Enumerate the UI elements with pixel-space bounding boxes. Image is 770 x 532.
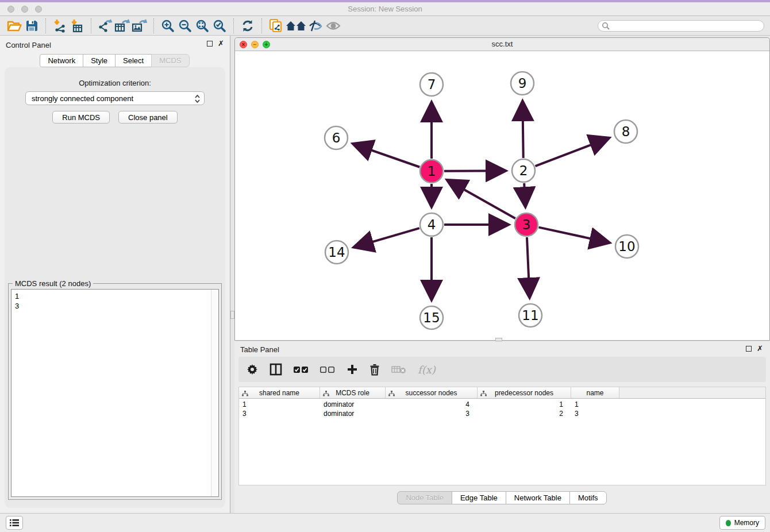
cell-name[interactable]: 3 [571,410,619,419]
hierarchy-icon [242,390,248,398]
graph-edge-3-10[interactable] [538,228,609,243]
table-settings-gear-icon[interactable] [247,362,258,377]
graph-edge-4-14[interactable] [355,228,419,247]
save-session-icon[interactable] [23,18,40,34]
graph-edge-2-3[interactable] [524,183,525,206]
network-minimize-button[interactable]: − [251,41,259,48]
zoom-fit-icon[interactable] [194,18,211,34]
control-panel-tabs: Network Style Select MCDS [0,54,230,67]
tab-network[interactable]: Network [40,54,83,67]
task-history-button[interactable] [6,516,23,530]
task-list-icon [10,519,19,527]
table-row[interactable]: 1 dominator 4 1 1 [239,400,765,410]
clone-network-icon[interactable] [267,18,284,34]
close-panel-button[interactable]: Close panel [118,111,178,124]
graph-edge-2-8[interactable] [536,138,609,166]
export-network-icon[interactable] [97,18,114,34]
tab-motifs[interactable]: Motifs [569,491,607,504]
column-header-shared-name[interactable]: shared name [239,387,320,398]
mcds-result-textarea[interactable]: 1 3 [11,289,219,497]
cell-shared-name[interactable]: 1 [239,400,320,410]
cell-mcds-role[interactable]: dominator [320,400,386,410]
graph-edge-3-1[interactable] [448,180,515,218]
export-image-icon[interactable] [131,18,148,34]
cell-successor-nodes[interactable]: 4 [386,400,478,410]
optimization-criterion-select[interactable]: strongly connected component [25,91,205,105]
run-mcds-button[interactable]: Run MCDS [52,111,110,124]
app-title: Session: New Session [0,2,770,16]
search-icon [602,22,610,32]
select-all-columns-icon[interactable] [294,362,309,377]
search-input[interactable] [598,20,764,32]
toolbar-separator [153,18,154,33]
graph-edge-1-6[interactable] [353,144,419,167]
network-window-titlebar[interactable]: × − + scc.txt [235,38,769,51]
cell-successor-nodes[interactable]: 3 [386,410,478,419]
cell-predecessor-nodes[interactable]: 2 [478,410,571,419]
refresh-icon[interactable] [239,18,256,34]
control-panel: Control Panel ✗ Network Style Select MCD… [0,36,230,513]
close-panel-icon[interactable]: ✗ [218,41,224,47]
tab-style[interactable]: Style [83,54,116,67]
result-scrollbar[interactable] [211,290,218,496]
deselect-all-columns-icon[interactable] [320,362,335,377]
graph-edge-3-11[interactable] [527,237,530,297]
vertical-splitter-grip[interactable] [230,311,234,319]
zoom-out-icon[interactable] [176,18,194,34]
memory-button[interactable]: Memory [719,516,765,530]
tab-network-table[interactable]: Network Table [506,491,570,504]
result-line: 1 [15,291,215,301]
float-panel-icon[interactable] [207,41,213,47]
import-table-icon[interactable] [68,18,86,34]
network-close-button[interactable]: × [240,41,247,48]
control-panel-title: Control Panel [6,41,51,49]
graph-node-label: 11 [522,308,538,323]
column-header-successor-nodes[interactable]: successor nodes [386,387,478,398]
status-bar: Memory [0,513,770,532]
header-filler [619,387,765,398]
open-session-icon[interactable] [6,18,23,34]
network-maximize-button[interactable]: + [263,41,270,48]
graph-edge-2-9[interactable] [522,102,523,158]
network-view-window: × − + scc.txt 7968124314101511 [234,37,770,341]
show-all-eye-icon [325,18,342,34]
search-field [598,20,764,32]
first-neighbors-icon[interactable] [284,18,307,34]
float-table-panel-icon[interactable] [746,346,752,352]
toolbar-separator [91,18,91,33]
tab-mcds[interactable]: MCDS [151,54,189,67]
tab-select[interactable]: Select [115,54,152,67]
zoom-selected-icon[interactable] [211,18,228,34]
create-column-icon[interactable] [346,362,358,377]
selected-option: strongly connected component [32,94,133,103]
export-table-icon[interactable] [114,18,131,34]
cell-name[interactable]: 1 [571,400,619,410]
show-columns-icon[interactable] [270,362,282,377]
toolbar-separator [261,18,262,33]
optimization-criterion-label: Optimization criterion: [5,79,225,87]
hierarchy-icon [388,390,395,398]
horizontal-splitter-grip[interactable] [495,338,502,341]
table-toolbar: f(x) [238,357,766,382]
cell-shared-name[interactable]: 3 [239,410,320,419]
tab-edge-table[interactable]: Edge Table [452,491,506,504]
delete-column-icon[interactable] [369,362,380,377]
tab-node-table[interactable]: Node Table [397,491,452,504]
hierarchy-icon [480,390,487,398]
column-header-predecessor-nodes[interactable]: predecessor nodes [478,387,571,398]
mcds-result-group: MCDS result (2 nodes) 1 3 [8,283,222,500]
import-network-icon[interactable] [51,18,68,34]
network-canvas[interactable]: 7968124314101511 [235,51,769,340]
graph-node-label: 1 [428,164,436,179]
zoom-in-icon[interactable] [159,18,176,34]
hide-selected-icon[interactable] [307,18,325,34]
cell-mcds-role[interactable]: dominator [320,410,386,419]
memory-status-dot [726,520,731,526]
table-row[interactable]: 3 dominator 3 2 3 [239,410,765,419]
column-header-name[interactable]: name [571,387,619,398]
cell-predecessor-nodes[interactable]: 1 [478,400,571,410]
column-header-mcds-role[interactable]: MCDS role [320,387,386,398]
graph-edge-1-2[interactable] [444,171,505,171]
close-table-panel-icon[interactable]: ✗ [757,346,763,352]
node-table: shared name MCDS role successor nodes pr… [238,387,766,485]
